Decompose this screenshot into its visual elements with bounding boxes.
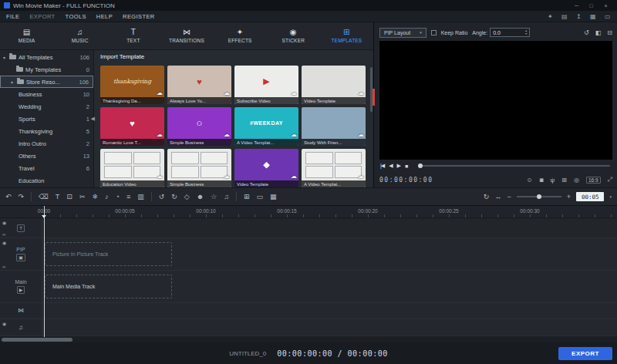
redo-icon[interactable]: ↷ [19, 193, 25, 201]
chart-icon[interactable]: ▥ [137, 193, 144, 201]
download-icon[interactable]: ☁ [358, 132, 364, 138]
download-icon[interactable]: ☁ [157, 90, 163, 96]
pip-layout-dropdown[interactable]: PIP Layout ▾ [379, 28, 427, 38]
rotate-icon[interactable]: ↺ [584, 29, 589, 36]
template-card-subscribe[interactable]: ▶ Subscribe Video ☁ [234, 66, 298, 104]
crop-frame-icon[interactable]: ⊞ [244, 193, 250, 201]
sidebar-item-my-templates[interactable]: My Templates 0 [0, 63, 93, 76]
eye-icon[interactable]: ◉ [2, 321, 6, 326]
skip-start-button[interactable]: |◀ [380, 163, 384, 169]
template-card-simple-business-1[interactable]: ○ Simple Business ☁ [167, 107, 231, 146]
template-card-weekday[interactable]: #WEEKDAY A Video Templat... ☁ [234, 107, 298, 146]
angle-input[interactable] [493, 30, 519, 35]
sidebar-item-wedding[interactable]: Wedding 2 [0, 100, 93, 113]
template-card-romantic-love[interactable]: ♥ Romantic Love T... ☁ [100, 107, 164, 146]
download-icon[interactable]: ☁ [358, 174, 364, 180]
maximize-button[interactable]: □ [584, 3, 598, 8]
flip-vertical-icon[interactable]: ⊟ [607, 29, 612, 36]
star-icon[interactable]: ☆ [211, 193, 217, 201]
download-icon[interactable]: ☁ [291, 132, 297, 138]
template-card-simple-business-2[interactable]: Simple Business ☁ [167, 149, 231, 187]
crop-icon[interactable]: ⊡ [66, 193, 72, 201]
track-audio-header[interactable]: ◉ ♫ [0, 319, 42, 335]
video-preview[interactable] [379, 41, 612, 160]
minimize-button[interactable]: ─ [569, 3, 584, 8]
sidebar-item-others[interactable]: Others 13 [0, 150, 93, 162]
clip-duration-box[interactable]: 00:05 [576, 192, 605, 201]
playhead[interactable] [44, 206, 45, 337]
menu-file[interactable]: FILE [6, 13, 19, 20]
mic-icon[interactable]: ψ [551, 177, 555, 184]
upload-icon[interactable]: ↥ [576, 13, 582, 20]
track-pip-header[interactable]: ◉ ∞ PIP ▣ [0, 238, 42, 270]
track-transition-body[interactable] [42, 303, 617, 318]
keep-ratio-checkbox[interactable] [431, 30, 437, 35]
timeline-ruler[interactable]: 00:00 00:00:05 00:00:10 00:00:15 00:00:2… [0, 206, 617, 218]
link-icon[interactable]: ∞ [2, 232, 5, 237]
snapshot-icon[interactable]: ◎ [574, 177, 579, 184]
tab-media[interactable]: ▤ MEDIA [0, 22, 53, 49]
playhead-handle[interactable] [42, 215, 46, 218]
download-icon[interactable]: ☁ [358, 90, 364, 96]
download-icon[interactable]: ☁ [291, 174, 297, 180]
template-card-video-template-2[interactable]: ◆ Video Template ☁ [234, 149, 298, 187]
horizontal-scrollbar[interactable] [2, 338, 72, 342]
caret-icon[interactable]: ▾ [3, 55, 9, 60]
tab-sticker[interactable]: ◉ STICKER [267, 22, 320, 49]
angle-spinner[interactable]: ▴ ▾ [490, 28, 530, 37]
face-icon[interactable]: ☺ [527, 177, 533, 184]
cart-icon[interactable]: ▦ [590, 13, 596, 20]
zoom-out-icon[interactable]: − [507, 193, 511, 201]
camera-icon[interactable]: ◙ [540, 177, 544, 184]
audio-mix-icon[interactable]: ♫ [224, 193, 229, 201]
sidebar-collapse-handle[interactable]: ◀ [91, 116, 95, 122]
rotate-cw-icon[interactable]: ↻ [171, 193, 177, 201]
screen-icon[interactable]: ▭ [257, 193, 264, 201]
menu-tools[interactable]: TOOLS [66, 13, 86, 20]
download-icon[interactable]: ☁ [157, 132, 163, 138]
sidebar-item-education[interactable]: Education [0, 174, 93, 187]
panel-splitter-handle[interactable] [373, 89, 375, 106]
import-template-header[interactable]: Import Template [100, 53, 370, 62]
track-transition-header[interactable]: ⋈ [0, 303, 42, 318]
fullscreen-icon[interactable]: ⤢ [608, 176, 612, 184]
tab-effects[interactable]: ✦ EFFECTS [214, 22, 267, 49]
zoom-slider[interactable] [517, 196, 561, 197]
download-icon[interactable]: ☁ [224, 90, 230, 96]
undo-icon[interactable]: ↶ [5, 193, 12, 201]
spin-down-icon[interactable]: ▾ [525, 32, 527, 35]
speed-icon[interactable]: ◔ [115, 193, 119, 201]
step-back-button[interactable]: ◀ [389, 163, 392, 169]
chevron-down-icon[interactable]: ▾ [609, 194, 612, 199]
aspect-ratio-badge[interactable]: 16:9 [586, 177, 601, 184]
template-card-always-love[interactable]: ♥ Always Love Yo... ☁ [167, 66, 231, 104]
template-card-education-video[interactable]: Education Video ☁ [100, 149, 164, 187]
render-preview-icon[interactable]: ↻ [484, 193, 490, 201]
sidebar-item-sports[interactable]: Sports 1 [0, 113, 93, 125]
delete-icon[interactable]: ⌫ [39, 193, 49, 201]
track-audio-body[interactable] [42, 319, 617, 335]
avatar-icon[interactable]: ☻ [197, 193, 204, 201]
sidebar-item-business[interactable]: Business 10 [0, 88, 93, 100]
link-icon[interactable]: ∞ [2, 265, 5, 269]
caret-icon[interactable]: ▾ [11, 79, 17, 85]
tab-music[interactable]: ♫ MUSIC [53, 22, 106, 49]
template-card-study-with-friends[interactable]: Study With Frien... ☁ [302, 107, 366, 146]
sidebar-item-thanksgiving[interactable]: Thanksgiving 5 [0, 125, 93, 137]
tab-text[interactable]: T TEXT [106, 22, 160, 49]
track-text-body[interactable] [42, 218, 617, 238]
menu-register[interactable]: REGISTER [123, 13, 155, 20]
freeze-icon[interactable]: ❄ [92, 193, 98, 201]
zoom-in-icon[interactable]: + [567, 193, 571, 201]
download-icon[interactable]: ☁ [224, 132, 230, 138]
download-icon[interactable]: ☁ [224, 174, 230, 180]
rotate-ccw-icon[interactable]: ↺ [159, 193, 165, 201]
grid-icon[interactable]: ⊞ [561, 177, 567, 184]
fit-timeline-icon[interactable]: ↔ [494, 193, 501, 201]
text-tool-icon[interactable]: T [56, 193, 60, 201]
display-icon[interactable]: ▭ [605, 13, 611, 20]
sidebar-item-travel[interactable]: Travel 6 [0, 162, 93, 174]
equalizer-icon[interactable]: ≡ [126, 193, 130, 201]
export-button[interactable]: EXPORT [558, 347, 612, 360]
sidebar-item-intro-outro[interactable]: Intro Outro 2 [0, 137, 93, 150]
